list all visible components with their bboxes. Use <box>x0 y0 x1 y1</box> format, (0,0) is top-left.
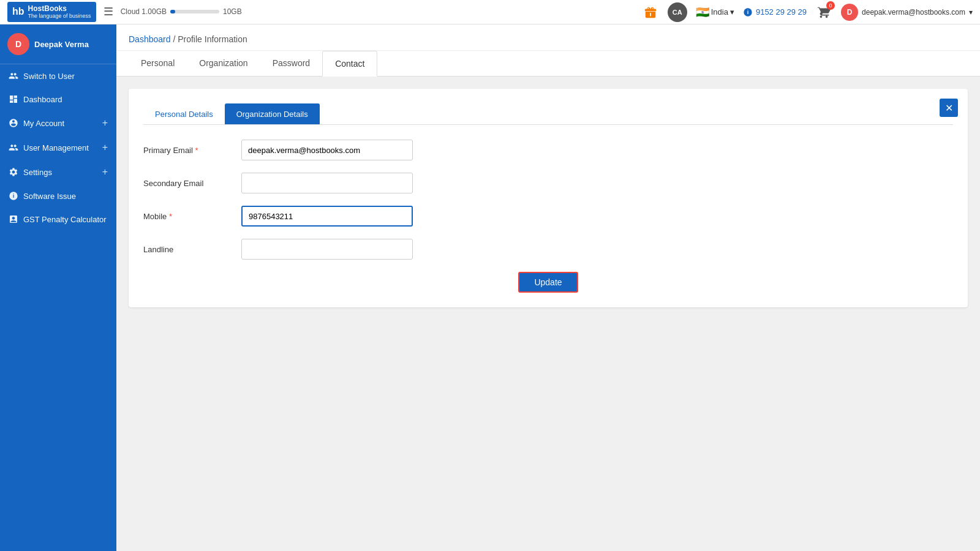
primary-email-required: * <box>195 146 198 155</box>
ca-badge[interactable]: CA <box>668 2 687 22</box>
sidebar-item-settings[interactable]: Settings + <box>0 160 116 184</box>
account-icon <box>9 118 18 128</box>
mobile-input[interactable] <box>241 206 413 227</box>
user-email: deepak.verma@hostbooks.com <box>862 8 965 17</box>
subtab-personal-details[interactable]: Personal Details <box>143 103 225 124</box>
storage-label: Cloud 1.00GB <box>121 7 167 16</box>
sidebar-item-label-switch: Switch to User <box>23 72 75 81</box>
landline-row: Landline <box>143 239 953 260</box>
tab-contact[interactable]: Contact <box>322 51 377 77</box>
logo[interactable]: hb HostBooks The language of business <box>7 2 96 22</box>
user-mgmt-plus-icon[interactable]: + <box>102 142 108 153</box>
mobile-row: Mobile * <box>143 206 953 227</box>
india-chevron: ▾ <box>730 7 734 17</box>
india-flag: 🇮🇳 <box>696 6 709 19</box>
sidebar-item-label-gst: GST Penalty Calculator <box>23 215 107 224</box>
user-switch-icon <box>9 71 18 81</box>
logo-name: HostBooks <box>28 4 91 13</box>
sidebar-avatar: D <box>7 33 29 55</box>
sidebar-item-dashboard[interactable]: Dashboard <box>0 88 116 111</box>
subtab-bar: Personal Details Organization Details <box>143 103 953 125</box>
user-avatar: D <box>841 4 858 21</box>
tab-personal[interactable]: Personal <box>129 51 187 77</box>
header-right: CA 🇮🇳 India ▾ i 9152 29 29 29 0 D deepak… <box>642 2 973 22</box>
primary-email-input[interactable] <box>241 140 413 160</box>
sidebar-item-software-issue[interactable]: i Software Issue <box>0 184 116 208</box>
phone-number: 9152 29 29 29 <box>756 7 807 17</box>
gift-icon[interactable] <box>642 4 659 21</box>
sidebar-item-user-management[interactable]: User Management + <box>0 135 116 160</box>
phone-support[interactable]: i 9152 29 29 29 <box>743 7 807 17</box>
tab-password[interactable]: Password <box>260 51 322 77</box>
cart-icon[interactable]: 0 <box>815 4 832 21</box>
form-card: Personal Details Organization Details ✕ … <box>129 89 968 307</box>
dashboard-icon <box>9 94 18 104</box>
india-selector[interactable]: 🇮🇳 India ▾ <box>696 6 734 19</box>
top-header: hb HostBooks The language of business ☰ … <box>0 0 980 24</box>
settings-plus-icon[interactable]: + <box>102 167 108 178</box>
primary-email-row: Primary Email * <box>143 140 953 160</box>
update-btn-wrap: Update <box>143 272 953 293</box>
settings-icon <box>9 167 18 177</box>
content-area: Dashboard / Profile Information Personal… <box>116 24 980 551</box>
gst-icon <box>9 214 18 224</box>
sidebar-item-my-account[interactable]: My Account + <box>0 111 116 135</box>
storage-info: Cloud 1.00GB 10GB <box>121 7 242 16</box>
sidebar: D Deepak Verma Switch to User Dashboard <box>0 24 116 551</box>
svg-text:i: i <box>747 9 749 15</box>
sidebar-item-switch-to-user[interactable]: Switch to User <box>0 64 116 88</box>
breadcrumb-current: Profile Information <box>178 34 247 44</box>
mobile-label: Mobile * <box>143 212 241 221</box>
sidebar-item-gst[interactable]: GST Penalty Calculator <box>0 208 116 231</box>
sidebar-item-label-settings: Settings <box>23 168 52 177</box>
users-icon <box>9 143 18 152</box>
primary-email-label: Primary Email * <box>143 146 241 155</box>
cart-badge: 0 <box>826 1 835 10</box>
storage-bar-bg <box>170 10 219 13</box>
secondary-email-row: Secondary Email <box>143 173 953 193</box>
hamburger-icon[interactable]: ☰ <box>104 5 113 18</box>
my-account-plus-icon[interactable]: + <box>102 118 108 129</box>
tab-bar: Personal Organization Password Contact <box>116 51 980 77</box>
breadcrumb-home[interactable]: Dashboard <box>129 34 171 44</box>
svg-text:i: i <box>13 193 15 199</box>
subtab-organization-details[interactable]: Organization Details <box>225 103 320 124</box>
update-button[interactable]: Update <box>518 272 578 293</box>
user-chevron: ▾ <box>969 8 973 17</box>
logo-text-block: HostBooks The language of business <box>28 4 91 20</box>
india-label: India <box>711 7 728 17</box>
breadcrumb: Dashboard / Profile Information <box>116 24 980 51</box>
user-profile[interactable]: D deepak.verma@hostbooks.com ▾ <box>841 4 973 21</box>
tab-organization[interactable]: Organization <box>187 51 260 77</box>
sidebar-username: Deepak Verma <box>34 40 89 49</box>
logo-letters: hb <box>12 6 24 17</box>
secondary-email-input[interactable] <box>241 173 413 193</box>
sidebar-item-label-account: My Account <box>23 119 64 128</box>
mobile-required: * <box>169 212 172 221</box>
close-button[interactable]: ✕ <box>940 99 958 117</box>
sidebar-item-label-usermgmt: User Management <box>23 143 89 152</box>
storage-bar-fill <box>170 10 175 13</box>
secondary-email-label: Secondary Email <box>143 179 241 188</box>
landline-label: Landline <box>143 245 241 254</box>
breadcrumb-separator: / <box>173 34 175 44</box>
logo-tagline: The language of business <box>28 13 91 20</box>
landline-input[interactable] <box>241 239 413 260</box>
storage-max: 10GB <box>223 7 242 16</box>
sidebar-item-label-dashboard: Dashboard <box>23 95 62 104</box>
software-issue-icon: i <box>9 191 18 201</box>
sidebar-user: D Deepak Verma <box>0 24 116 64</box>
header-left: hb HostBooks The language of business ☰ … <box>7 2 242 22</box>
main-layout: D Deepak Verma Switch to User Dashboard <box>0 24 980 551</box>
sidebar-item-label-software: Software Issue <box>23 192 76 201</box>
